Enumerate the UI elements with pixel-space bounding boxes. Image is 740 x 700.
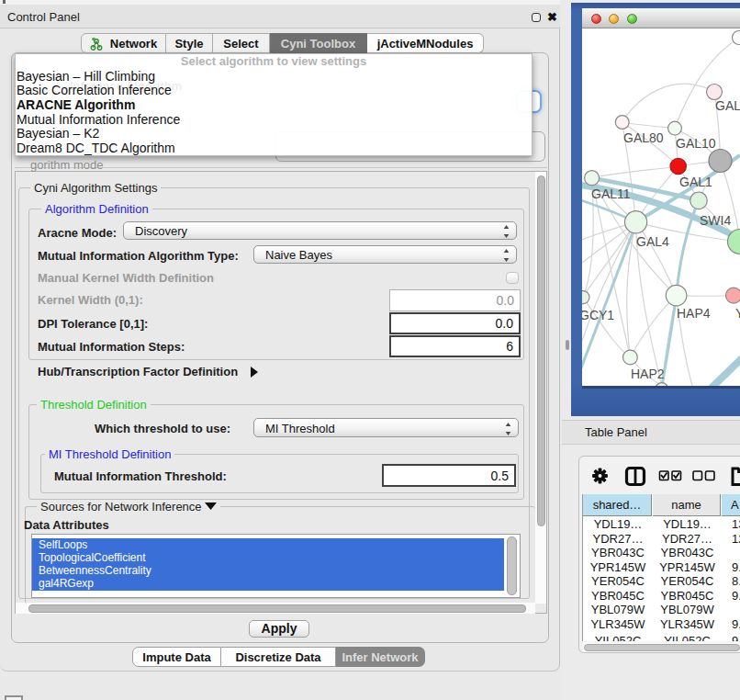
svg-text:Y: Y	[735, 306, 740, 321]
svg-text:GAL10: GAL10	[676, 136, 716, 151]
svg-text:HAP4: HAP4	[677, 306, 711, 321]
svg-text:SWI4: SWI4	[700, 213, 731, 228]
svg-text:HAP2: HAP2	[631, 367, 665, 381]
svg-text:GCY1: GCY1	[582, 308, 614, 322]
svg-text:GAL1: GAL1	[679, 175, 712, 189]
svg-text:GAL4: GAL4	[636, 234, 669, 249]
svg-text:GAL11: GAL11	[591, 186, 631, 201]
svg-text:GAL80: GAL80	[623, 130, 664, 145]
svg-text:GAL7: GAL7	[715, 98, 740, 113]
